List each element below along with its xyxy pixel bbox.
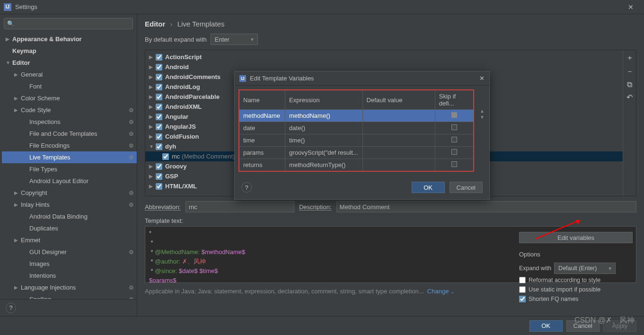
var-name[interactable]: date xyxy=(239,122,285,134)
sidebar-item[interactable]: Duplicates xyxy=(2,222,137,234)
settings-tree[interactable]: ▶Appearance & BehaviorKeymap▼Editor▶Gene… xyxy=(0,33,137,299)
group-checkbox[interactable] xyxy=(156,173,162,180)
close-icon[interactable]: ✕ xyxy=(479,75,485,82)
template-checkbox[interactable] xyxy=(162,153,169,160)
var-expression[interactable]: groovyScript("def result... xyxy=(285,147,362,159)
checkbox-icon[interactable] xyxy=(451,112,457,118)
sidebar-item[interactable]: Images xyxy=(2,258,137,270)
help-icon[interactable]: ? xyxy=(241,182,252,193)
group-checkbox[interactable] xyxy=(156,74,162,80)
sidebar-item[interactable]: Keymap xyxy=(2,45,137,57)
undo-button[interactable]: ↶ xyxy=(626,93,633,102)
variable-row[interactable]: paramsgroovyScript("def result... xyxy=(239,147,474,159)
sidebar-item[interactable]: ▶Color Scheme xyxy=(2,92,137,104)
var-skip[interactable] xyxy=(435,147,474,159)
desc-input[interactable] xyxy=(336,201,636,212)
sidebar-item[interactable]: Inspections⚙ xyxy=(2,116,137,128)
sidebar-item[interactable]: Android Layout Editor xyxy=(2,175,137,187)
group-checkbox[interactable] xyxy=(156,163,162,170)
sidebar-item[interactable]: ▶Copyright⚙ xyxy=(2,187,137,199)
sidebar-item[interactable]: ▼Editor xyxy=(2,57,137,69)
add-button[interactable]: ＋ xyxy=(626,53,634,63)
var-skip[interactable] xyxy=(435,159,474,172)
breadcrumb: Editor › Live Templates xyxy=(145,20,636,28)
checkbox-icon[interactable] xyxy=(451,137,457,142)
sidebar-item[interactable]: ▶General xyxy=(2,69,137,80)
reformat-checkbox[interactable] xyxy=(519,277,526,283)
static-import-checkbox[interactable] xyxy=(519,286,526,293)
variable-row[interactable]: timetime() xyxy=(239,134,474,147)
sidebar-item[interactable]: ▶Inlay Hints⚙ xyxy=(2,199,137,211)
template-group[interactable]: ▶ActionScript xyxy=(145,52,623,62)
template-group[interactable]: ▶Android xyxy=(145,62,623,72)
sidebar-item[interactable]: Live Templates⚙ xyxy=(2,151,137,163)
ok-button[interactable]: OK xyxy=(529,320,563,332)
var-name[interactable]: returns xyxy=(239,159,285,172)
var-name[interactable]: methodName xyxy=(239,110,285,122)
var-default[interactable] xyxy=(362,134,435,147)
checkbox-icon[interactable] xyxy=(451,124,457,130)
var-default[interactable] xyxy=(362,110,435,122)
sidebar-item[interactable]: File and Code Templates⚙ xyxy=(2,128,137,140)
sidebar-item[interactable]: GUI Designer⚙ xyxy=(2,246,137,258)
var-expression[interactable]: methodReturnType() xyxy=(285,159,362,172)
var-default[interactable] xyxy=(362,122,435,134)
sidebar-item[interactable]: ▶Code Style⚙ xyxy=(2,104,137,116)
group-checkbox[interactable] xyxy=(156,104,162,110)
group-checkbox[interactable] xyxy=(156,94,162,100)
variables-table[interactable]: Name Expression Default value Skip if de… xyxy=(238,89,474,172)
search-field[interactable] xyxy=(16,20,130,27)
remove-button[interactable]: － xyxy=(626,67,634,77)
sidebar-item[interactable]: Intentions xyxy=(2,270,137,282)
group-checkbox[interactable] xyxy=(156,183,162,190)
move-down-icon[interactable]: ▼ xyxy=(480,115,485,120)
var-name[interactable]: time xyxy=(239,134,285,147)
sidebar-item[interactable]: ▶Language Injections⚙ xyxy=(2,282,137,293)
sidebar-item[interactable]: File Encodings⚙ xyxy=(2,140,137,151)
change-context-link[interactable]: Change ⌄ xyxy=(427,288,454,295)
expand-with-combo[interactable]: Enter ▼ xyxy=(211,34,258,45)
var-expression[interactable]: methodName() xyxy=(285,110,362,122)
var-expression[interactable]: date() xyxy=(285,122,362,134)
var-skip[interactable] xyxy=(435,110,474,122)
sidebar-item[interactable]: Spelling⚙ xyxy=(2,293,137,299)
group-checkbox[interactable] xyxy=(156,64,162,71)
checkbox-icon[interactable] xyxy=(451,161,457,167)
abbrev-input[interactable] xyxy=(185,201,294,212)
sidebar-item-label: Font xyxy=(29,83,42,90)
option-expand-with-combo[interactable]: Default (Enter) ▼ xyxy=(554,263,616,274)
modal-footer: ? OK Cancel xyxy=(235,176,489,199)
help-icon[interactable]: ? xyxy=(6,303,16,313)
variable-row[interactable]: datedate() xyxy=(239,122,474,134)
copy-button[interactable]: ⧉ xyxy=(627,80,632,89)
modal-cancel-button[interactable]: Cancel xyxy=(450,182,483,193)
group-checkbox[interactable] xyxy=(156,84,162,90)
var-name[interactable]: params xyxy=(239,147,285,159)
group-checkbox[interactable] xyxy=(156,114,162,120)
move-up-icon[interactable]: ▲ xyxy=(480,108,485,114)
var-default[interactable] xyxy=(362,159,435,172)
group-checkbox[interactable] xyxy=(156,143,162,150)
variable-row[interactable]: returnsmethodReturnType() xyxy=(239,159,474,172)
sidebar-item[interactable]: File Types xyxy=(2,163,137,175)
edit-variables-button[interactable]: Edit variables xyxy=(519,232,633,243)
sidebar-item[interactable]: ▶Appearance & Behavior xyxy=(2,33,137,45)
group-checkbox[interactable] xyxy=(156,54,162,61)
sidebar-item[interactable]: Font xyxy=(2,80,137,92)
group-checkbox[interactable] xyxy=(156,133,162,140)
sidebar-item[interactable]: ▶Emmet xyxy=(2,234,137,246)
var-skip[interactable] xyxy=(435,122,474,134)
variable-row[interactable]: methodNamemethodName() xyxy=(239,110,474,122)
modal-ok-button[interactable]: OK xyxy=(412,182,445,193)
shorten-fq-checkbox[interactable] xyxy=(519,296,526,302)
group-checkbox[interactable] xyxy=(156,123,162,130)
var-skip[interactable] xyxy=(435,134,474,147)
close-icon[interactable]: ✕ xyxy=(621,3,640,11)
shorten-fq-label: Shorten FQ names xyxy=(529,296,579,302)
var-default[interactable] xyxy=(362,147,435,159)
gear-icon: ⚙ xyxy=(126,190,137,196)
checkbox-icon[interactable] xyxy=(451,149,457,155)
var-expression[interactable]: time() xyxy=(285,134,362,147)
sidebar-item[interactable]: Android Data Binding xyxy=(2,211,137,222)
search-input[interactable]: 🔍 xyxy=(4,18,133,29)
